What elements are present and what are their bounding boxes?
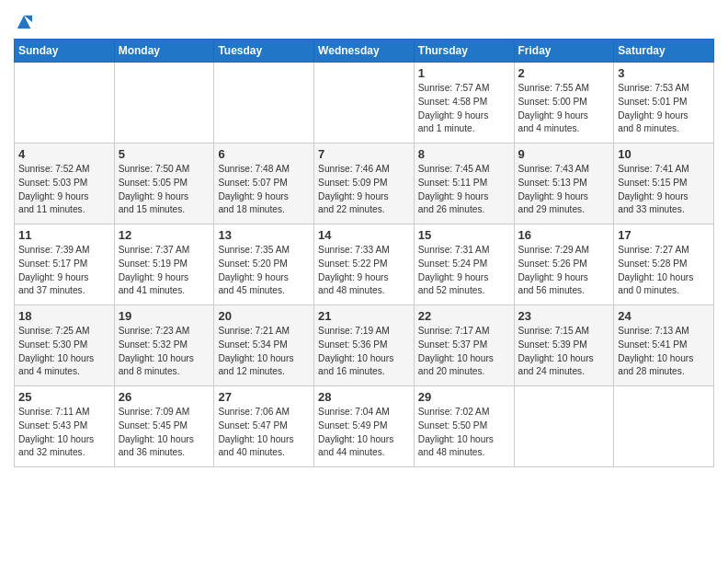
calendar-week-5: 25Sunrise: 7:11 AM Sunset: 5:43 PM Dayli… xyxy=(15,386,714,467)
calendar-cell: 21Sunrise: 7:19 AM Sunset: 5:36 PM Dayli… xyxy=(314,305,415,386)
calendar-cell: 23Sunrise: 7:15 AM Sunset: 5:39 PM Dayli… xyxy=(514,305,614,386)
day-info: Sunrise: 7:55 AM Sunset: 5:00 PM Dayligh… xyxy=(518,82,610,136)
calendar-container: SundayMondayTuesdayWednesdayThursdayFrid… xyxy=(0,0,728,477)
calendar-cell xyxy=(114,63,214,144)
day-number: 19 xyxy=(119,309,210,323)
calendar-cell: 7Sunrise: 7:46 AM Sunset: 5:09 PM Daylig… xyxy=(314,144,415,224)
day-info: Sunrise: 7:46 AM Sunset: 5:09 PM Dayligh… xyxy=(318,163,410,217)
day-info: Sunrise: 7:35 AM Sunset: 5:20 PM Dayligh… xyxy=(218,244,310,298)
calendar-week-3: 11Sunrise: 7:39 AM Sunset: 5:17 PM Dayli… xyxy=(15,224,714,305)
day-info: Sunrise: 7:52 AM Sunset: 5:03 PM Dayligh… xyxy=(18,163,110,217)
logo xyxy=(14,13,32,33)
calendar-cell: 28Sunrise: 7:04 AM Sunset: 5:49 PM Dayli… xyxy=(314,386,415,467)
day-number: 27 xyxy=(218,390,310,404)
calendar-cell: 19Sunrise: 7:23 AM Sunset: 5:32 PM Dayli… xyxy=(114,305,214,386)
day-number: 7 xyxy=(318,147,410,161)
calendar-cell: 15Sunrise: 7:31 AM Sunset: 5:24 PM Dayli… xyxy=(414,224,514,305)
day-number: 28 xyxy=(318,390,410,404)
calendar-cell: 8Sunrise: 7:45 AM Sunset: 5:11 PM Daylig… xyxy=(414,144,514,224)
calendar-thead: SundayMondayTuesdayWednesdayThursdayFrid… xyxy=(15,40,714,63)
calendar-body: 1Sunrise: 7:57 AM Sunset: 4:58 PM Daylig… xyxy=(15,63,714,467)
day-number: 4 xyxy=(18,147,110,161)
day-info: Sunrise: 7:37 AM Sunset: 5:19 PM Dayligh… xyxy=(119,244,210,298)
weekday-header-row: SundayMondayTuesdayWednesdayThursdayFrid… xyxy=(15,40,714,63)
weekday-header-sunday: Sunday xyxy=(15,40,115,63)
calendar-cell xyxy=(15,63,115,144)
calendar-cell xyxy=(214,63,314,144)
day-info: Sunrise: 7:33 AM Sunset: 5:22 PM Dayligh… xyxy=(318,244,410,298)
day-number: 20 xyxy=(218,309,310,323)
day-number: 22 xyxy=(418,309,510,323)
weekday-header-wednesday: Wednesday xyxy=(314,40,415,63)
day-info: Sunrise: 7:11 AM Sunset: 5:43 PM Dayligh… xyxy=(18,406,110,460)
day-number: 14 xyxy=(318,228,410,242)
day-info: Sunrise: 7:17 AM Sunset: 5:37 PM Dayligh… xyxy=(418,325,510,379)
calendar-cell: 27Sunrise: 7:06 AM Sunset: 5:47 PM Dayli… xyxy=(214,386,314,467)
calendar-cell: 17Sunrise: 7:27 AM Sunset: 5:28 PM Dayli… xyxy=(614,224,714,305)
calendar-cell: 12Sunrise: 7:37 AM Sunset: 5:19 PM Dayli… xyxy=(114,224,214,305)
calendar-cell: 10Sunrise: 7:41 AM Sunset: 5:15 PM Dayli… xyxy=(614,144,714,224)
day-info: Sunrise: 7:31 AM Sunset: 5:24 PM Dayligh… xyxy=(418,244,510,298)
day-number: 8 xyxy=(418,147,510,161)
day-info: Sunrise: 7:15 AM Sunset: 5:39 PM Dayligh… xyxy=(518,325,610,379)
day-number: 18 xyxy=(18,309,110,323)
day-number: 16 xyxy=(518,228,610,242)
weekday-header-monday: Monday xyxy=(114,40,214,63)
day-info: Sunrise: 7:27 AM Sunset: 5:28 PM Dayligh… xyxy=(618,244,710,298)
day-info: Sunrise: 7:06 AM Sunset: 5:47 PM Dayligh… xyxy=(218,406,310,460)
calendar-cell: 13Sunrise: 7:35 AM Sunset: 5:20 PM Dayli… xyxy=(214,224,314,305)
calendar-cell xyxy=(614,386,714,467)
day-info: Sunrise: 7:02 AM Sunset: 5:50 PM Dayligh… xyxy=(418,406,510,460)
calendar-cell: 6Sunrise: 7:48 AM Sunset: 5:07 PM Daylig… xyxy=(214,144,314,224)
day-info: Sunrise: 7:13 AM Sunset: 5:41 PM Dayligh… xyxy=(618,325,710,379)
day-info: Sunrise: 7:48 AM Sunset: 5:07 PM Dayligh… xyxy=(218,163,310,217)
weekday-header-tuesday: Tuesday xyxy=(214,40,314,63)
day-number: 10 xyxy=(618,147,710,161)
calendar-cell: 5Sunrise: 7:50 AM Sunset: 5:05 PM Daylig… xyxy=(114,144,214,224)
day-number: 15 xyxy=(418,228,510,242)
day-info: Sunrise: 7:50 AM Sunset: 5:05 PM Dayligh… xyxy=(119,163,210,217)
day-number: 21 xyxy=(318,309,410,323)
day-number: 13 xyxy=(218,228,310,242)
day-number: 26 xyxy=(119,390,210,404)
calendar-cell: 2Sunrise: 7:55 AM Sunset: 5:00 PM Daylig… xyxy=(514,63,614,144)
day-number: 2 xyxy=(518,66,610,80)
calendar-cell xyxy=(314,63,415,144)
calendar-table: SundayMondayTuesdayWednesdayThursdayFrid… xyxy=(14,39,714,467)
calendar-cell: 1Sunrise: 7:57 AM Sunset: 4:58 PM Daylig… xyxy=(414,63,514,144)
day-info: Sunrise: 7:53 AM Sunset: 5:01 PM Dayligh… xyxy=(618,82,710,136)
calendar-header xyxy=(14,9,714,33)
calendar-cell: 22Sunrise: 7:17 AM Sunset: 5:37 PM Dayli… xyxy=(414,305,514,386)
day-number: 29 xyxy=(418,390,510,404)
day-number: 6 xyxy=(218,147,310,161)
calendar-cell: 18Sunrise: 7:25 AM Sunset: 5:30 PM Dayli… xyxy=(15,305,115,386)
calendar-cell: 25Sunrise: 7:11 AM Sunset: 5:43 PM Dayli… xyxy=(15,386,115,467)
calendar-cell: 11Sunrise: 7:39 AM Sunset: 5:17 PM Dayli… xyxy=(15,224,115,305)
day-info: Sunrise: 7:41 AM Sunset: 5:15 PM Dayligh… xyxy=(618,163,710,217)
calendar-week-2: 4Sunrise: 7:52 AM Sunset: 5:03 PM Daylig… xyxy=(15,144,714,224)
calendar-cell: 3Sunrise: 7:53 AM Sunset: 5:01 PM Daylig… xyxy=(614,63,714,144)
day-info: Sunrise: 7:29 AM Sunset: 5:26 PM Dayligh… xyxy=(518,244,610,298)
day-number: 24 xyxy=(618,309,710,323)
day-number: 11 xyxy=(18,228,110,242)
calendar-cell: 26Sunrise: 7:09 AM Sunset: 5:45 PM Dayli… xyxy=(114,386,214,467)
calendar-cell: 14Sunrise: 7:33 AM Sunset: 5:22 PM Dayli… xyxy=(314,224,415,305)
weekday-header-friday: Friday xyxy=(514,40,614,63)
day-info: Sunrise: 7:23 AM Sunset: 5:32 PM Dayligh… xyxy=(119,325,210,379)
day-info: Sunrise: 7:39 AM Sunset: 5:17 PM Dayligh… xyxy=(18,244,110,298)
day-info: Sunrise: 7:25 AM Sunset: 5:30 PM Dayligh… xyxy=(18,325,110,379)
day-number: 5 xyxy=(119,147,210,161)
day-number: 12 xyxy=(119,228,210,242)
calendar-cell xyxy=(514,386,614,467)
day-info: Sunrise: 7:04 AM Sunset: 5:49 PM Dayligh… xyxy=(318,406,410,460)
calendar-cell: 16Sunrise: 7:29 AM Sunset: 5:26 PM Dayli… xyxy=(514,224,614,305)
calendar-cell: 20Sunrise: 7:21 AM Sunset: 5:34 PM Dayli… xyxy=(214,305,314,386)
day-info: Sunrise: 7:19 AM Sunset: 5:36 PM Dayligh… xyxy=(318,325,410,379)
day-info: Sunrise: 7:57 AM Sunset: 4:58 PM Dayligh… xyxy=(418,82,510,136)
day-number: 3 xyxy=(618,66,710,80)
day-number: 1 xyxy=(418,66,510,80)
logo-icon xyxy=(16,13,32,29)
day-number: 9 xyxy=(518,147,610,161)
day-number: 23 xyxy=(518,309,610,323)
calendar-cell: 4Sunrise: 7:52 AM Sunset: 5:03 PM Daylig… xyxy=(15,144,115,224)
